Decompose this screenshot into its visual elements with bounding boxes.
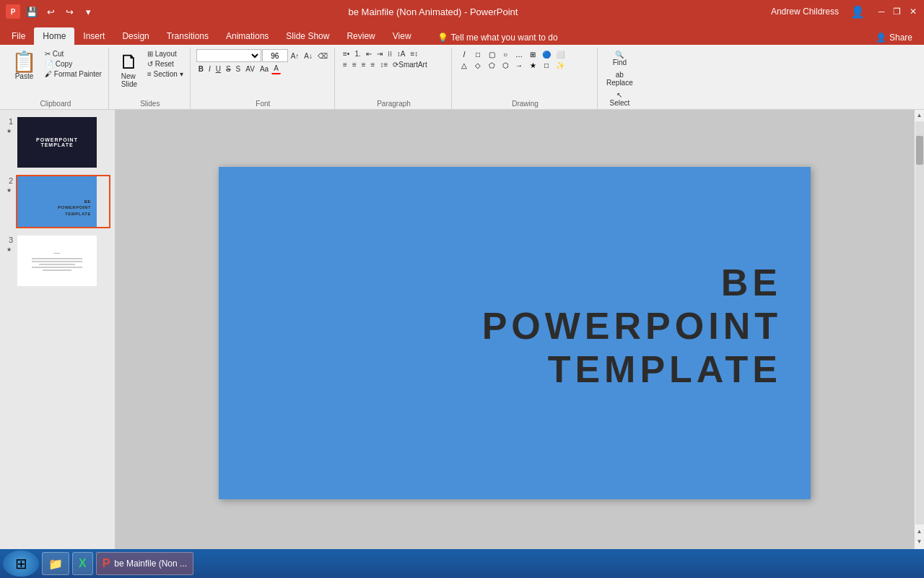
- shapes-grid: / □ ▢ ○ … ⊞ 🔵 ⬜ △ ◇ ⬠ ⬡ → ★ □ ✨: [458, 49, 567, 70]
- tab-slideshow[interactable]: Slide Show: [277, 27, 338, 45]
- shape-oval[interactable]: ○: [499, 49, 512, 59]
- redo-button[interactable]: ↪: [62, 4, 77, 19]
- restore-button[interactable]: ❐: [892, 7, 902, 17]
- font-color-button[interactable]: A: [271, 64, 281, 74]
- right-scrollbar[interactable]: ▲ ▲ ▼ ▼: [914, 110, 924, 556]
- clear-format-button[interactable]: ⌫: [315, 51, 330, 61]
- quicksave-button[interactable]: 💾: [25, 4, 39, 19]
- bullets-button[interactable]: ≡•: [341, 49, 352, 59]
- drawing-label: Drawing: [458, 98, 593, 108]
- slide-item-2[interactable]: 2 ★ BEPOWERPOINTTEMPLATE: [4, 175, 110, 228]
- smartart-button[interactable]: ⟳SmartArt: [391, 60, 429, 69]
- align-text-button[interactable]: ≡↕: [408, 49, 420, 59]
- shape-more[interactable]: …: [513, 49, 526, 59]
- paste-button[interactable]: 📋 Paste: [7, 49, 41, 83]
- scroll-prev-button[interactable]: ▲: [915, 526, 925, 536]
- char-spacing-button[interactable]: AV: [243, 64, 257, 74]
- paragraph-label: Paragraph: [341, 98, 447, 108]
- increase-font-button[interactable]: A↑: [289, 51, 302, 61]
- strikethrough-button[interactable]: S: [224, 64, 233, 74]
- slide-thumb-3[interactable]: ──: [16, 234, 110, 288]
- reset-button[interactable]: ↺ Reset: [145, 59, 186, 69]
- shape-effects[interactable]: ✨: [554, 60, 567, 70]
- shape-outline[interactable]: □: [540, 60, 553, 70]
- tab-insert[interactable]: Insert: [74, 27, 113, 45]
- tab-transitions[interactable]: Transitions: [158, 27, 217, 45]
- taskbar-ppt-app[interactable]: P be Mainfile (Non ...: [96, 552, 193, 575]
- shadow-button[interactable]: S: [234, 64, 243, 74]
- scroll-track[interactable]: [915, 121, 924, 525]
- tab-file[interactable]: File: [3, 27, 34, 45]
- shape-rounded-rect[interactable]: ▢: [485, 49, 498, 59]
- copy-button[interactable]: 📄 Copy: [43, 59, 104, 69]
- layout-button[interactable]: ⊞ Layout: [145, 49, 186, 59]
- share-button[interactable]: 👤 Share: [870, 30, 918, 45]
- slide-item-3[interactable]: 3 ★ ──: [4, 234, 110, 288]
- close-button[interactable]: ✕: [908, 7, 918, 17]
- find-button[interactable]: 🔍 Find: [603, 49, 636, 68]
- replace-button[interactable]: ab Replace: [603, 69, 636, 88]
- shape-line[interactable]: /: [458, 49, 471, 59]
- scroll-up-button[interactable]: ▲: [915, 110, 925, 120]
- tell-me-label: Tell me what you want to do: [451, 33, 558, 43]
- format-painter-button[interactable]: 🖌 Format Painter: [43, 69, 104, 79]
- slide-thumb-1[interactable]: POWERPOINTTEMPLATE: [16, 116, 110, 169]
- shape-hexagon[interactable]: ⬡: [499, 60, 512, 70]
- section-button[interactable]: ≡ Section ▾: [145, 69, 186, 79]
- tab-review[interactable]: Review: [338, 27, 383, 45]
- decrease-font-button[interactable]: A↓: [302, 51, 315, 61]
- font-family-select[interactable]: [196, 49, 261, 62]
- line-spacing-button[interactable]: ↕≡: [378, 60, 390, 69]
- slide-canvas[interactable]: BE POWERPOINT TEMPLATE: [219, 167, 811, 499]
- tab-home[interactable]: Home: [34, 27, 74, 45]
- shape-triangle[interactable]: △: [458, 60, 471, 70]
- font-size-alt-button[interactable]: Aa: [258, 64, 271, 74]
- tell-me-box[interactable]: 💡 Tell me what you want to do: [432, 30, 564, 45]
- scroll-next-button[interactable]: ▼: [915, 536, 925, 546]
- arrange-button[interactable]: ⊞: [526, 49, 539, 59]
- scroll-thumb[interactable]: [916, 136, 923, 165]
- group-editing: 🔍 Find ab Replace ↖ Select Editing: [599, 48, 640, 109]
- numbered-list-button[interactable]: 1.: [352, 49, 362, 59]
- cut-button[interactable]: ✂ Cut: [43, 49, 104, 59]
- font-size-input[interactable]: 96: [262, 49, 288, 62]
- new-slide-button[interactable]: 🗋 NewSlide: [115, 49, 144, 91]
- align-left-button[interactable]: ≡: [341, 60, 349, 69]
- shape-star[interactable]: ★: [526, 60, 539, 70]
- excel-icon: X: [79, 557, 87, 570]
- tab-design[interactable]: Design: [113, 27, 157, 45]
- shape-fill-button[interactable]: 🔵: [540, 49, 553, 59]
- account-icon[interactable]: 👤: [850, 5, 865, 19]
- increase-indent-button[interactable]: ⇥: [375, 49, 385, 59]
- shape-rect[interactable]: □: [471, 49, 484, 59]
- align-center-button[interactable]: ≡: [350, 60, 359, 69]
- customize-qs-button[interactable]: ▾: [81, 4, 95, 19]
- justify-button[interactable]: ≡: [369, 60, 378, 69]
- slide-num-3: 3: [4, 234, 13, 244]
- tab-view[interactable]: View: [384, 27, 420, 45]
- columns-button[interactable]: ⁞⁞: [385, 49, 394, 59]
- slide-text-line3: TEMPLATE: [482, 348, 782, 392]
- quick-styles-button[interactable]: ⬜: [554, 49, 567, 59]
- taskbar-excel-app[interactable]: X: [72, 552, 93, 575]
- align-right-button[interactable]: ≡: [359, 60, 368, 69]
- text-direction-button[interactable]: ↕A: [395, 49, 408, 59]
- decrease-indent-button[interactable]: ⇤: [364, 49, 374, 59]
- slide-item-1[interactable]: 1 ★ POWERPOINTTEMPLATE: [4, 116, 110, 169]
- files-icon: 📁: [48, 557, 63, 571]
- undo-button[interactable]: ↩: [43, 4, 58, 19]
- shape-arrow[interactable]: →: [513, 60, 526, 70]
- tab-animations[interactable]: Animations: [217, 27, 277, 45]
- italic-button[interactable]: I: [206, 64, 213, 74]
- select-button[interactable]: ↖ Select: [603, 90, 636, 108]
- shape-pentagon[interactable]: ⬠: [485, 60, 498, 70]
- underline-button[interactable]: U: [214, 64, 223, 74]
- slide2-text: BEPOWERPOINTTEMPLATE: [55, 196, 94, 220]
- taskbar-files-app[interactable]: 📁: [42, 552, 69, 575]
- bold-button[interactable]: B: [196, 64, 206, 74]
- minimize-button[interactable]: ─: [876, 7, 886, 17]
- slide-thumb-2[interactable]: BEPOWERPOINTTEMPLATE: [16, 175, 110, 228]
- start-button[interactable]: ⊞: [3, 551, 39, 577]
- shape-diamond[interactable]: ◇: [471, 60, 484, 70]
- canvas-area[interactable]: BE POWERPOINT TEMPLATE: [116, 110, 914, 556]
